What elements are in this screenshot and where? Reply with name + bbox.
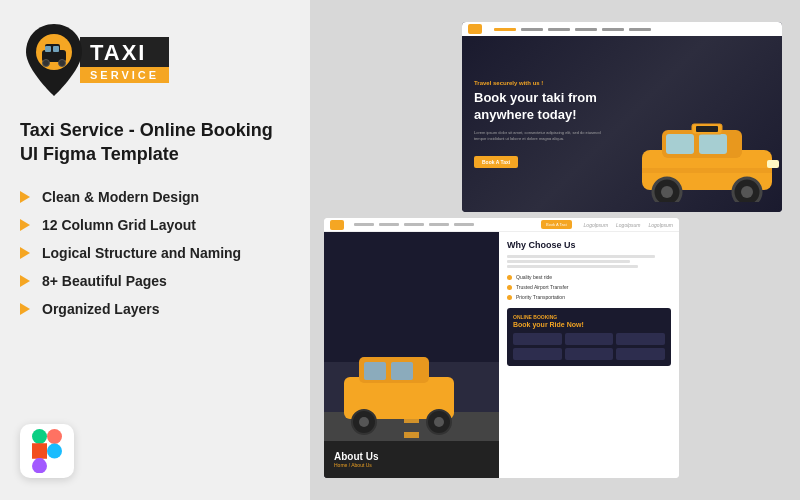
- svg-rect-6: [53, 46, 59, 52]
- svg-rect-32: [324, 232, 499, 362]
- check-item-1: Quality best ride: [507, 274, 671, 280]
- nav-link-faq: [602, 28, 624, 31]
- b-nav-logo: [330, 220, 344, 230]
- hero-text: Travel securely with us ! Book your taki…: [474, 80, 614, 168]
- booking-field-5[interactable]: [565, 348, 614, 360]
- nav-link-contact: [629, 28, 651, 31]
- chevron-icon-1: [20, 191, 30, 203]
- b-nav-bar-4: [429, 223, 449, 226]
- about-breadcrumb: Home / About Us: [334, 462, 489, 468]
- why-bar-1: [507, 255, 655, 258]
- feature-label-5: Organized Layers: [42, 301, 160, 317]
- booking-field-1[interactable]: [513, 333, 562, 345]
- booking-section: ONLINE BOOKING Book your Ride Now!: [507, 308, 671, 366]
- feature-item-3: Logical Structure and Naming: [20, 245, 290, 261]
- feature-label-2: 12 Column Grid Layout: [42, 217, 196, 233]
- bottom-content: About Us Home / About Us Why Choose Us: [324, 232, 679, 478]
- svg-point-41: [359, 417, 369, 427]
- why-bar-2: [507, 260, 630, 263]
- check-item-2: Trusted Airport Transfer: [507, 284, 671, 290]
- svg-rect-22: [699, 134, 727, 154]
- feature-item-1: Clean & Modern Design: [20, 189, 290, 205]
- feature-list: Clean & Modern Design 12 Column Grid Lay…: [20, 189, 290, 329]
- why-bar-3: [507, 265, 638, 268]
- car-illustration: [632, 112, 782, 202]
- hero-cta-button[interactable]: Book A Taxi: [474, 156, 518, 168]
- svg-rect-14: [34, 430, 45, 443]
- b-nav-bar-5: [454, 223, 474, 226]
- svg-rect-30: [696, 126, 718, 132]
- svg-rect-35: [404, 432, 419, 438]
- svg-point-18: [48, 445, 60, 457]
- about-title: About Us: [334, 451, 489, 462]
- booking-grid: [513, 333, 665, 360]
- booking-label: ONLINE BOOKING: [513, 314, 665, 320]
- check-label-2: Trusted Airport Transfer: [516, 284, 568, 290]
- why-checklist: Quality best ride Trusted Airport Transf…: [507, 274, 671, 300]
- feature-item-5: Organized Layers: [20, 301, 290, 317]
- figma-badge: [20, 424, 74, 478]
- logo-pin: [20, 20, 88, 100]
- svg-rect-17: [34, 458, 45, 471]
- check-label-3: Priority Transportation: [516, 294, 565, 300]
- why-choose-section: Why Choose Us Quality best ride: [499, 232, 679, 478]
- booking-field-4[interactable]: [513, 348, 562, 360]
- svg-point-24: [661, 186, 673, 198]
- logo-text-block: TAXI SERVICE: [80, 37, 169, 84]
- feature-item-4: 8+ Beautiful Pages: [20, 273, 290, 289]
- booking-field-3[interactable]: [616, 333, 665, 345]
- hero-tagline: Travel securely with us !: [474, 80, 614, 86]
- nav-links: [494, 28, 651, 31]
- b-nav-links: [354, 223, 474, 226]
- product-title: Taxi Service - Online Booking UI Figma T…: [20, 118, 290, 167]
- check-dot-1: [507, 275, 512, 280]
- nav-link-home: [494, 28, 516, 31]
- nav-logo: [468, 24, 482, 34]
- about-section: About Us Home / About Us: [324, 232, 499, 478]
- chevron-icon-4: [20, 275, 30, 287]
- svg-rect-21: [666, 134, 694, 154]
- nav-link-taxi: [575, 28, 597, 31]
- why-desc: [507, 255, 671, 268]
- about-overlay: About Us Home / About Us: [324, 441, 499, 478]
- svg-rect-5: [45, 46, 51, 52]
- svg-rect-27: [767, 160, 779, 168]
- chevron-icon-5: [20, 303, 30, 315]
- feature-label-4: 8+ Beautiful Pages: [42, 273, 167, 289]
- check-label-1: Quality best ride: [516, 274, 552, 280]
- hero-car: [632, 112, 782, 202]
- check-item-3: Priority Transportation: [507, 294, 671, 300]
- svg-point-4: [59, 60, 66, 67]
- why-title: Why Choose Us: [507, 240, 671, 250]
- svg-rect-39: [391, 362, 413, 380]
- chevron-icon-2: [20, 219, 30, 231]
- b-nav-bar-3: [404, 223, 424, 226]
- screen-bottom-preview: Book A Taxi Logolpsum Logolpsum Logolpsu…: [324, 218, 679, 478]
- booking-field-6[interactable]: [616, 348, 665, 360]
- nav-link-service: [548, 28, 570, 31]
- bottom-nav: Book A Taxi Logolpsum Logolpsum Logolpsu…: [324, 218, 679, 232]
- logo-taxi: TAXI: [80, 37, 169, 68]
- svg-point-26: [741, 186, 753, 198]
- booking-title: Book your Ride Now!: [513, 321, 665, 328]
- nav-link-about: [521, 28, 543, 31]
- logo-area: TAXI SERVICE: [20, 20, 290, 100]
- svg-rect-15: [48, 430, 59, 443]
- booking-field-2[interactable]: [565, 333, 614, 345]
- feature-label-1: Clean & Modern Design: [42, 189, 199, 205]
- chevron-icon-3: [20, 247, 30, 259]
- figma-icon: [32, 429, 62, 473]
- logo-service: SERVICE: [80, 67, 169, 83]
- svg-rect-38: [364, 362, 386, 380]
- svg-rect-28: [642, 168, 772, 173]
- why-section: Why Choose Us Quality best ride: [507, 240, 671, 300]
- b-nav-cta[interactable]: Book A Taxi: [541, 220, 572, 229]
- feature-label-3: Logical Structure and Naming: [42, 245, 241, 261]
- right-panel: Travel securely with us ! Book your taki…: [310, 0, 800, 500]
- feature-item-2: 12 Column Grid Layout: [20, 217, 290, 233]
- check-dot-2: [507, 285, 512, 290]
- hero-desc: Lorem ipsum dolor sit amet, consectetur …: [474, 130, 614, 142]
- top-nav: [462, 22, 782, 36]
- check-dot-3: [507, 295, 512, 300]
- left-panel: TAXI SERVICE Taxi Service - Online Booki…: [0, 0, 310, 500]
